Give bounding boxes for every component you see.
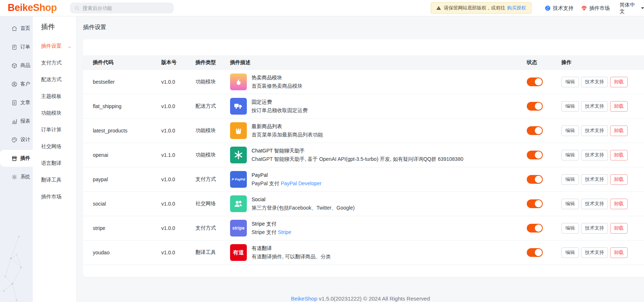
submenu-item-社交网络[interactable]: 社交网络 → [33,138,76,155]
sidebar-item-label: 报表 [20,118,30,124]
uninstall-button[interactable]: 卸载 [610,247,628,258]
tech-support-button[interactable]: 技术支持 [581,77,608,87]
tech-support-button[interactable]: 技术支持 [581,199,608,209]
plugin-title: 有道翻译 [252,244,331,253]
sidebar-item-label: 文章 [20,99,30,106]
submenu-item-label: 翻译工具 [41,177,62,183]
status-toggle[interactable] [527,175,543,184]
table-body: bestseller v1.0.0 功能模块 热卖商品模块 首页装修热卖商品模块… [83,70,644,265]
uninstall-button[interactable]: 卸载 [610,174,628,185]
edit-button[interactable]: 编辑 [561,174,579,185]
plugin-type: 支付方式 [195,225,230,231]
sidebar-item-商品[interactable]: 商品 [0,57,33,74]
edit-button[interactable]: 编辑 [561,101,579,112]
search-icon [74,5,80,11]
submenu-list: 插件设置 →支付方式 →配送方式 →主题模板 →功能模块 →订单计算 →社交网络… [33,38,76,205]
plugin-title: 最新商品列表 [252,122,323,131]
footer-beikeshop-link[interactable]: BeikeShop [291,295,317,302]
submenu-item-语言翻译[interactable]: 语言翻译 → [33,155,76,172]
plugin-description-link[interactable]: PayPal Developer [281,180,321,186]
plugin-version: v1.1.0 [161,152,195,158]
uninstall-button[interactable]: 卸载 [610,223,628,234]
plugin-version: v1.0.0 [161,201,195,207]
status-toggle[interactable] [527,151,543,159]
status-toggle[interactable] [527,224,543,233]
customers-icon [11,81,17,87]
submenu-item-订单计算[interactable]: 订单计算 → [33,122,76,138]
sidebar-item-设计[interactable]: 设计 [0,131,33,148]
plugin-title: Social [252,195,355,204]
admin-search[interactable] [70,3,174,13]
submenu-item-插件设置[interactable]: 插件设置 → [33,38,76,55]
plugin-description: PayPal 支付 PayPal Developer [252,179,321,188]
plugin-title: PayPal [252,171,321,179]
plugin-market-menu[interactable]: 插件市场 [581,0,610,16]
tech-support-button[interactable]: 技术支持 [581,223,608,234]
edit-button[interactable]: 编辑 [561,126,579,136]
sidebar-item-label: 订单 [20,44,30,50]
column-header-actions: 操作 [561,59,644,66]
uninstall-button[interactable]: 卸载 [610,150,628,160]
sidebar-item-系统[interactable]: 系统 [0,168,33,185]
plugin-description: Stripe 支付 Stripe [252,228,291,237]
plugin-type: 配送方式 [195,103,230,110]
plugin-description-cell: PPayPal PayPal PayPal 支付 PayPal Develope… [230,171,526,188]
plugin-description-cell: 最新商品列表 首页菜单添加最新商品列表功能 [230,122,526,139]
uninstall-button[interactable]: 卸载 [610,77,628,87]
tech-support-button[interactable]: 技术支持 [581,126,608,136]
sidebar-item-报表[interactable]: 报表 [0,113,33,130]
tech-support-button[interactable]: 技术支持 [581,174,608,185]
buy-license-link[interactable]: 购买授权 [507,5,526,11]
submenu-item-支付方式[interactable]: 支付方式 → [33,55,76,71]
edit-button[interactable]: 编辑 [561,223,579,234]
sidebar-item-订单[interactable]: 订单 [0,39,33,55]
plugin-description: 按订单总额收取固定运费 [252,106,308,115]
search-input[interactable] [83,5,169,11]
sidebar-item-客户[interactable]: 客户 [0,76,33,92]
uninstall-button[interactable]: 卸载 [610,199,628,209]
plugin-description-link[interactable]: Stripe [278,229,291,235]
plugin-description-cell: ChatGPT 智能聊天助手 ChatGPT 智能聊天助手, 基于 OpenAI… [230,147,526,163]
shopping-bag-icon [230,122,247,139]
tech-support-menu[interactable]: 技术支持 [545,0,573,16]
submenu-item-翻译工具[interactable]: 翻译工具 → [33,172,76,188]
plugin-description: ChatGPT 智能聊天助手, 基于 OpenAI API(gpt-3.5-tu… [252,155,463,163]
beikeshop-logo[interactable]: BeikeShop [8,2,57,13]
status-toggle[interactable] [527,248,543,257]
decorative-constellation [0,233,33,302]
sidebar-item-插件[interactable]: 插件 [0,150,33,167]
plugin-description: 首页菜单添加最新商品列表功能 [252,131,323,139]
plugin-description-cell: 固定运费 按订单总额收取固定运费 [230,98,526,115]
column-header-type: 插件类型 [195,59,230,66]
submenu-item-配送方式[interactable]: 配送方式 → [33,71,76,88]
plugin-version: v1.0.0 [161,79,195,85]
system-icon [11,174,17,180]
plugin-version: v1.0.0 [161,103,195,109]
edit-button[interactable]: 编辑 [561,199,579,209]
sidebar-item-文章[interactable]: 文章 [0,94,33,111]
language-selector[interactable]: 简体中文 [620,0,644,16]
edit-button[interactable]: 编辑 [561,247,579,258]
edit-button[interactable]: 编辑 [561,77,579,87]
uninstall-button[interactable]: 卸载 [610,126,628,136]
tech-support-button[interactable]: 技术支持 [581,247,608,258]
edit-button[interactable]: 编辑 [561,150,579,160]
tech-support-button[interactable]: 技术支持 [581,150,608,160]
plugin-type: 支付方式 [195,176,230,183]
tech-support-button[interactable]: 技术支持 [581,101,608,112]
submenu-item-label: 功能模块 [41,110,62,116]
submenu-item-主题模板[interactable]: 主题模板 → [33,88,76,105]
sidebar-item-首页[interactable]: 首页 [0,20,33,37]
status-toggle[interactable] [527,78,543,86]
status-toggle[interactable] [527,126,543,135]
submenu-item-功能模块[interactable]: 功能模块 → [33,105,76,122]
status-toggle[interactable] [527,199,543,208]
submenu-item-插件市场[interactable]: 插件市场 → [33,188,76,205]
status-toggle[interactable] [527,102,543,111]
plugins-submenu-panel: 插件 插件设置 →支付方式 →配送方式 →主题模板 →功能模块 →订单计算 →社… [33,16,77,302]
uninstall-button[interactable]: 卸载 [610,101,628,112]
gem-icon [581,5,587,11]
sidebar-items: 首页 订单 商品 客户 文章 报表 设计 插件 系统 [0,20,33,185]
plugins-table-card: 插件代码 版本号 插件类型 插件描述 状态 操作 bestseller v1.0… [83,39,644,277]
submenu-item-label: 插件设置 [41,43,62,49]
